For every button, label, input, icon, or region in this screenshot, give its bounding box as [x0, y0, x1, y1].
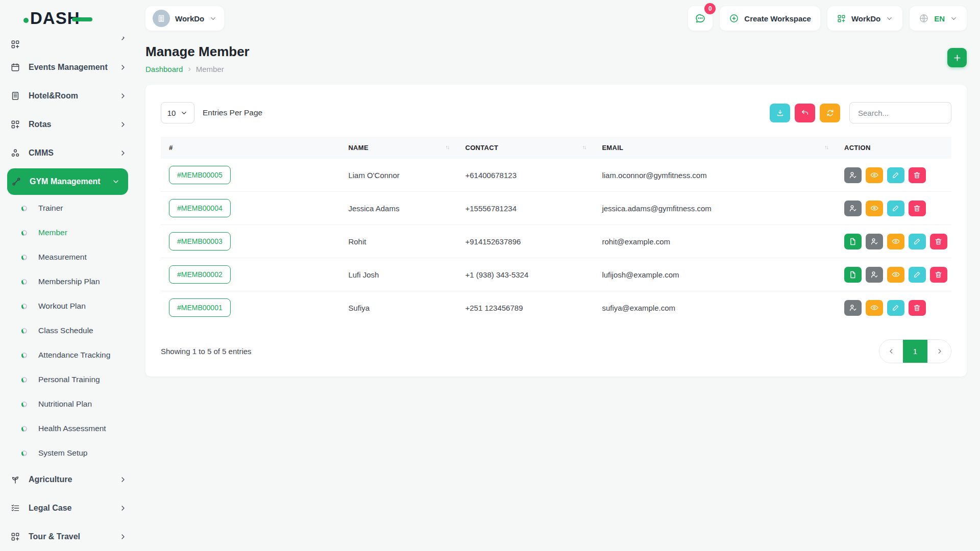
sidebar-subitem-member[interactable]: Member [7, 220, 135, 245]
chevron-right-icon: › [188, 64, 190, 73]
chevron-down-icon [180, 109, 188, 117]
export-button[interactable] [770, 104, 790, 122]
documents-button[interactable] [844, 234, 862, 249]
chevron-down-icon [112, 178, 120, 186]
view-button[interactable] [866, 201, 883, 216]
sidebar-item-label: Events Management [29, 63, 111, 72]
workspace-switcher[interactable]: WorkDo [145, 6, 224, 31]
member-contact: +914152637896 [457, 225, 594, 258]
login-as-member-button[interactable] [866, 267, 883, 283]
sidebar-item-label: Legal Case [29, 504, 111, 513]
sidebar-subitem-label: Health Assessment [38, 424, 106, 433]
sidebar-subitem-workout-plan[interactable]: Workout Plan [7, 294, 135, 318]
pagination-prev-button[interactable] [879, 340, 903, 363]
logo-dash-icon [72, 17, 92, 21]
sidebar-item-agriculture[interactable]: Agriculture [7, 465, 135, 494]
pagination-next-button[interactable] [927, 340, 951, 363]
sidebar-item-label: Hotel&Room [29, 91, 111, 101]
login-as-member-button[interactable] [844, 300, 862, 316]
page-title: Manage Member [145, 44, 250, 60]
view-button[interactable] [866, 300, 883, 316]
add-member-button[interactable] [947, 48, 967, 67]
sidebar-item-partial[interactable] [7, 37, 135, 52]
login-as-member-button[interactable] [844, 201, 862, 216]
eye-icon [891, 237, 900, 246]
member-email: jessica.adams@gymfitness.com [594, 192, 836, 225]
sidebar-subitem-system-setup[interactable]: System Setup [7, 441, 135, 465]
plant-icon [10, 474, 20, 485]
sidebar-item-events-management[interactable]: Events Management [7, 53, 135, 82]
app-menu-button[interactable]: WorkDo [827, 6, 902, 31]
view-button[interactable] [887, 267, 904, 283]
pagination-page-1-button[interactable]: 1 [903, 340, 927, 363]
sidebar-item-label: CMMS [29, 148, 111, 158]
breadcrumb-dashboard-link[interactable]: Dashboard [145, 65, 183, 73]
entries-per-page-label: Entries Per Page [203, 108, 262, 117]
sidebar-subitem-health-assessment[interactable]: Health Assessment [7, 416, 135, 441]
chevron-right-icon [119, 504, 127, 512]
create-workspace-button[interactable]: Create Workspace [720, 6, 820, 31]
bullet-icon [21, 450, 27, 456]
sidebar-subitem-measurement[interactable]: Measurement [7, 245, 135, 269]
member-id-badge[interactable]: #MEMB00001 [169, 298, 231, 317]
chevron-left-icon [888, 347, 895, 355]
refresh-button[interactable] [820, 104, 840, 122]
member-id-badge[interactable]: #MEMB00003 [169, 232, 231, 251]
sidebar-item-label: Rotas [29, 120, 111, 129]
edit-button[interactable] [909, 267, 926, 283]
column-header-email[interactable]: EMAIL↑↓ [594, 137, 836, 159]
delete-button[interactable] [909, 300, 926, 316]
edit-button[interactable] [887, 201, 904, 216]
sort-icon[interactable]: ↑↓ [445, 144, 449, 150]
entries-per-page-select[interactable]: 10 [161, 102, 194, 123]
user-check-icon [848, 170, 857, 180]
sort-icon[interactable]: ↑↓ [582, 144, 585, 150]
sidebar-item-cmms[interactable]: CMMS [7, 139, 135, 167]
login-as-member-button[interactable] [844, 167, 862, 183]
edit-button[interactable] [887, 167, 904, 183]
notification-badge: 0 [704, 3, 716, 14]
download-icon [776, 109, 785, 117]
delete-button[interactable] [930, 234, 947, 249]
sidebar-subitem-attendance-tracking[interactable]: Attendance Tracking [7, 343, 135, 367]
sidebar-item-gym-management[interactable]: GYM Management [7, 168, 128, 195]
app-menu-label: WorkDo [851, 14, 880, 23]
search-input[interactable] [849, 102, 951, 123]
bullet-icon [21, 328, 27, 334]
bullet-icon [21, 402, 27, 407]
delete-button[interactable] [930, 267, 947, 283]
edit-button[interactable] [887, 300, 904, 316]
view-button[interactable] [887, 234, 904, 249]
sidebar-subitem-class-schedule[interactable]: Class Schedule [7, 318, 135, 343]
edit-button[interactable] [909, 234, 926, 249]
member-email: sufiya@example.com [594, 291, 836, 324]
documents-button[interactable] [844, 267, 862, 283]
sidebar-subitem-nutritional-plan[interactable]: Nutritional Plan [7, 392, 135, 416]
sort-icon[interactable]: ↑↓ [824, 144, 828, 150]
sidebar-subitem-membership-plan[interactable]: Membership Plan [7, 269, 135, 294]
member-id-badge[interactable]: #MEMB00005 [169, 166, 231, 184]
sidebar-item-tour-travel[interactable]: Tour & Travel [7, 522, 135, 551]
member-id-badge[interactable]: #MEMB00004 [169, 199, 231, 217]
column-header-contact[interactable]: CONTACT↑↓ [457, 137, 594, 159]
dash-logo[interactable]: DASH [7, 0, 135, 37]
sidebar-item-legal-case[interactable]: Legal Case [7, 494, 135, 522]
delete-button[interactable] [909, 167, 926, 183]
member-id-badge[interactable]: #MEMB00002 [169, 265, 231, 284]
toolbar-right [765, 102, 951, 123]
main-area: WorkDo 0 Create Workspace [135, 0, 980, 551]
reset-button[interactable] [795, 104, 815, 122]
sidebar-subitem-label: Personal Training [38, 375, 100, 384]
sidebar-subitem-personal-training[interactable]: Personal Training [7, 367, 135, 392]
grid-plus-icon [837, 14, 846, 23]
delete-button[interactable] [909, 201, 926, 216]
login-as-member-button[interactable] [866, 234, 883, 249]
sidebar-item-rotas[interactable]: Rotas [7, 110, 135, 139]
messages-button[interactable]: 0 [688, 6, 713, 31]
showing-entries-text: Showing 1 to 5 of 5 entries [161, 347, 252, 356]
sidebar-item-hotel-room[interactable]: Hotel&Room [7, 82, 135, 110]
sidebar-subitem-trainer[interactable]: Trainer [7, 196, 135, 220]
view-button[interactable] [866, 167, 883, 183]
column-header-name[interactable]: NAME↑↓ [340, 137, 457, 159]
language-button[interactable]: EN [910, 6, 967, 31]
